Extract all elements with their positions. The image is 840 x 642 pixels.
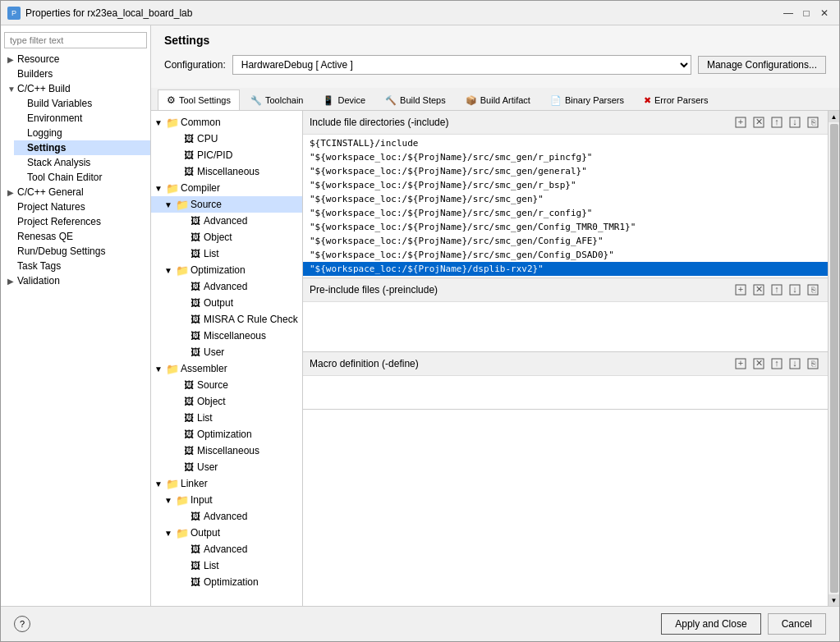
tab-device[interactable]: 📱 Device — [314, 89, 374, 110]
sidebar-item-settings[interactable]: Settings — [14, 140, 150, 155]
sidebar-filter-input[interactable] — [4, 32, 147, 48]
tree-item-output-linker[interactable]: ▼ 📁 Output — [151, 525, 302, 541]
tab-build-steps[interactable]: 🔨 Build Steps — [376, 89, 455, 110]
tree-arrow-icon: ▼ — [164, 200, 174, 209]
tree-item-output[interactable]: 🖼 Output — [151, 295, 302, 311]
tree-item-optimization[interactable]: ▼ 📁 Optimization — [151, 262, 302, 278]
tab-error-parsers[interactable]: ✖ Error Parsers — [635, 89, 717, 110]
move-up-include-button[interactable]: ↑ — [769, 114, 785, 131]
dir-item[interactable]: "${workspace_loc:/${ProjName}/src/smc_ge… — [303, 248, 828, 262]
move-down-include-button[interactable]: ↓ — [787, 114, 803, 131]
sidebar-item-project-natures[interactable]: Project Natures — [1, 199, 150, 214]
dir-item[interactable]: "${workspace_loc:/${ProjName}/src/smc_ge… — [303, 192, 828, 206]
sidebar-item-tool-chain-editor[interactable]: Tool Chain Editor — [14, 170, 150, 185]
move-up-macro-button[interactable]: ↑ — [769, 355, 785, 372]
dir-item[interactable]: "${workspace_loc:/${ProjName}/src/smc_ge… — [303, 234, 828, 248]
tree-item-common[interactable]: ▼ 📁 Common — [151, 114, 302, 131]
sidebar-item-renesas-qe[interactable]: Renesas QE — [1, 229, 150, 244]
tool-content: ▼ 📁 Common 🖼 CPU 🖼 PIC/PID — [151, 111, 839, 606]
dir-item[interactable]: "${workspace_loc:/${ProjName}/src/smc_ge… — [303, 178, 828, 192]
tree-item-assembler[interactable]: ▼ 📁 Assembler — [151, 360, 302, 377]
add-preinclude-button[interactable]: + — [732, 282, 749, 298]
sidebar-item-validation[interactable]: ▶ Validation — [1, 273, 150, 288]
add-include-button[interactable]: + — [732, 114, 749, 131]
tree-item-label: Compiler — [181, 182, 220, 194]
sidebar-item-task-tags[interactable]: Task Tags — [1, 259, 150, 273]
tree-item-pic-pid[interactable]: 🖼 PIC/PID — [151, 147, 302, 163]
export-preinclude-button[interactable]: ⎘ — [805, 282, 821, 298]
tree-item-object-asm[interactable]: 🖼 Object — [151, 393, 302, 410]
move-down-macro-button[interactable]: ↓ — [787, 355, 803, 372]
item-icon: 🖼 — [182, 378, 195, 392]
sidebar-child-label: Tool Chain Editor — [27, 172, 102, 183]
move-down-preinclude-button[interactable]: ↓ — [787, 282, 803, 298]
tree-item-input[interactable]: ▼ 📁 Input — [151, 492, 302, 508]
minimize-button[interactable]: — — [780, 5, 796, 21]
tab-build-artifact[interactable]: 📦 Build Artifact — [457, 89, 539, 110]
config-select[interactable]: HardwareDebug [ Active ] — [232, 55, 691, 75]
tree-item-user-comp[interactable]: 🖼 User — [151, 344, 302, 360]
tree-item-user-asm[interactable]: 🖼 User — [151, 459, 302, 475]
help-button[interactable]: ? — [14, 616, 30, 632]
tree-item-label: Miscellaneous — [197, 445, 259, 456]
dir-item[interactable]: ${TCINSTALL}/include — [303, 136, 828, 150]
tree-item-optimization-linker[interactable]: 🖼 Optimization — [151, 574, 302, 590]
dir-item[interactable]: "${workspace_loc:/${ProjName}/src/smc_ge… — [303, 164, 828, 178]
tree-item-miscellaneous-asm[interactable]: 🖼 Miscellaneous — [151, 443, 302, 459]
maximize-button[interactable]: □ — [798, 5, 815, 21]
tab-label: Device — [337, 95, 365, 105]
tree-item-source[interactable]: ▼ 📁 Source — [151, 196, 302, 213]
tree-item-misra-c[interactable]: 🖼 MISRA C Rule Check — [151, 311, 302, 328]
tree-item-miscellaneous-comp[interactable]: 🖼 Miscellaneous — [151, 328, 302, 344]
tree-item-linker[interactable]: ▼ 📁 Linker — [151, 475, 302, 492]
sidebar-item-cpp-general[interactable]: ▶ C/C++ General — [1, 185, 150, 199]
dir-item[interactable]: "${workspace_loc:/${ProjName}/src/smc_ge… — [303, 150, 828, 164]
export-include-button[interactable]: ⎘ — [805, 114, 821, 131]
tree-item-advanced[interactable]: 🖼 Advanced — [151, 213, 302, 229]
scroll-up-button[interactable]: ▲ — [829, 111, 840, 122]
tab-binary-parsers[interactable]: 📄 Binary Parsers — [541, 89, 633, 110]
tree-item-miscellaneous-common[interactable]: 🖼 Miscellaneous — [151, 163, 302, 180]
scroll-down-button[interactable]: ▼ — [829, 594, 840, 606]
tree-item-cpu[interactable]: 🖼 CPU — [151, 131, 302, 147]
tree-item-label: Source — [197, 379, 228, 391]
sidebar-item-stack-analysis[interactable]: Stack Analysis — [14, 155, 150, 170]
tab-toolchain[interactable]: 🔧 Toolchain — [241, 89, 312, 110]
move-up-preinclude-button[interactable]: ↑ — [769, 282, 785, 298]
add-macro-button[interactable]: + — [732, 355, 749, 372]
sidebar-item-logging[interactable]: Logging — [14, 126, 150, 140]
tree-item-object[interactable]: 🖼 Object — [151, 229, 302, 245]
sidebar-item-run-debug-settings[interactable]: Run/Debug Settings — [1, 244, 150, 259]
tree-item-list[interactable]: 🖼 List — [151, 245, 302, 262]
export-macro-button[interactable]: ⎘ — [805, 355, 821, 372]
tree-item-advanced-output[interactable]: 🖼 Advanced — [151, 541, 302, 557]
tree-item-list-asm[interactable]: 🖼 List — [151, 410, 302, 426]
dir-item[interactable]: "${workspace_loc:/${ProjName}/src/smc_ge… — [303, 206, 828, 220]
cancel-button[interactable]: Cancel — [768, 613, 826, 635]
manage-configurations-button[interactable]: Manage Configurations... — [698, 56, 826, 74]
tab-tool-settings[interactable]: ⚙ Tool Settings — [158, 89, 240, 110]
error-parsers-icon: ✖ — [644, 95, 651, 106]
tree-item-compiler[interactable]: ▼ 📁 Compiler — [151, 180, 302, 196]
sidebar-item-builders[interactable]: Builders — [1, 66, 150, 81]
dir-item[interactable]: "${workspace_loc:/${ProjName}/src/smc_ge… — [303, 220, 828, 234]
sidebar-item-cpp-build[interactable]: ▼ C/C++ Build — [1, 81, 150, 96]
dir-item-selected[interactable]: "${workspace_loc:/${ProjName}/dsplib-rxv… — [303, 262, 828, 276]
close-button[interactable]: ✕ — [816, 5, 833, 21]
delete-preinclude-button[interactable]: ✕ — [750, 282, 767, 298]
tree-item-advanced-opt[interactable]: 🖼 Advanced — [151, 278, 302, 295]
sidebar-item-resource[interactable]: ▶ Resource — [1, 52, 150, 66]
tree-arrow-icon: ▼ — [154, 118, 164, 127]
delete-macro-button[interactable]: ✕ — [750, 355, 767, 372]
tree-item-optimization-asm[interactable]: 🖼 Optimization — [151, 426, 302, 443]
sidebar-item-project-references[interactable]: Project References — [1, 214, 150, 229]
tree-item-label: Advanced — [204, 543, 247, 555]
scroll-thumb[interactable] — [830, 124, 838, 593]
tree-item-source-asm[interactable]: 🖼 Source — [151, 377, 302, 393]
tree-item-list-linker[interactable]: 🖼 List — [151, 557, 302, 574]
delete-include-button[interactable]: ✕ — [750, 114, 767, 131]
sidebar-item-build-variables[interactable]: Build Variables — [14, 96, 150, 111]
apply-close-button[interactable]: Apply and Close — [661, 613, 760, 635]
sidebar-item-environment[interactable]: Environment — [14, 111, 150, 126]
tree-item-advanced-input[interactable]: 🖼 Advanced — [151, 508, 302, 525]
